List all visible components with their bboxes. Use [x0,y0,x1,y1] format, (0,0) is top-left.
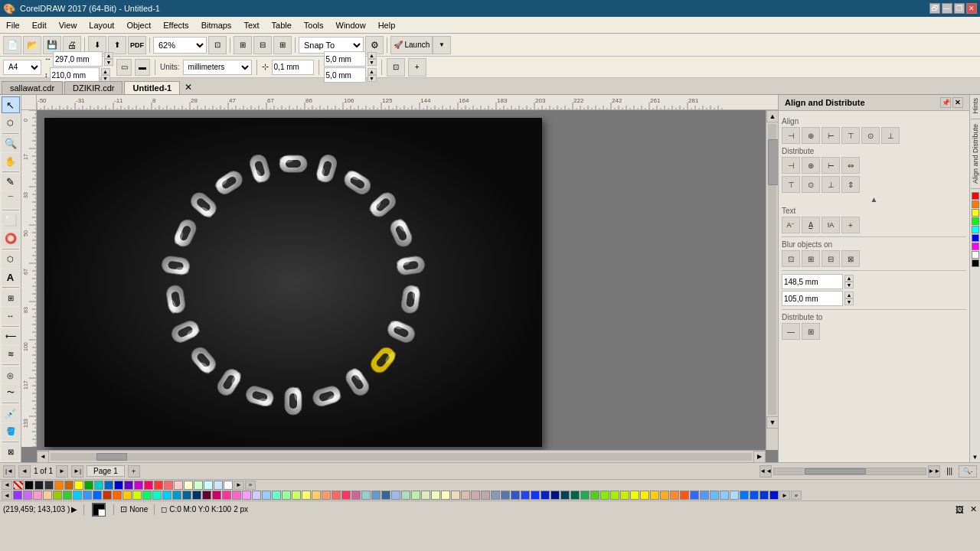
portrait-btn[interactable]: ▭ [116,59,132,76]
pos-x-up[interactable]: ▲ [844,275,854,282]
swatch-r2-29[interactable] [531,491,540,500]
connector-tool[interactable]: ⟵ [2,328,20,345]
swatch-royal[interactable] [93,491,102,500]
swatch-end-5[interactable] [730,491,739,500]
menu-table[interactable]: Table [266,19,298,31]
swatch-navy2[interactable] [192,491,201,500]
titlebar-controls[interactable]: 🗗 — ❐ ✕ [929,3,977,14]
freehand-tool[interactable]: ✎ [2,174,20,191]
dup-v-input[interactable] [324,67,366,83]
align-top-btn[interactable]: ⊤ [841,127,860,144]
swatch-darkred[interactable] [103,491,112,500]
swatch-lightyellow[interactable] [184,481,193,490]
titlebar-minimize-btn[interactable]: — [942,3,952,14]
menu-layout[interactable]: Layout [83,19,120,31]
dist-center-v-btn[interactable]: ⊙ [802,176,820,193]
swatch-r2-11[interactable] [351,491,361,500]
swatch-r2-18[interactable] [421,491,430,500]
pos-y-down[interactable]: ▼ [844,298,854,305]
swatch-lightcyan[interactable] [204,481,213,490]
swatch-r2-6[interactable] [302,491,311,500]
swatch-yellow1[interactable] [74,481,83,490]
scroll-left-btn[interactable]: ◄ [37,451,49,463]
dist-to-grid-btn[interactable]: ⊞ [802,323,820,340]
height-input[interactable] [50,67,100,83]
swatch-yellowgreen[interactable] [132,491,142,500]
color-cyan[interactable] [972,226,979,233]
distort-tool[interactable]: 〜 [2,384,20,401]
swatch-red1[interactable] [154,481,163,490]
swatch-r2-15[interactable] [391,491,400,500]
swatch-r2-25[interactable] [491,491,500,500]
swatch-end-7[interactable] [750,491,759,500]
scroll-track-h[interactable] [51,453,752,461]
swatch-r2-13[interactable] [371,491,381,500]
zoom-100-btn[interactable]: ⊡ [208,36,227,54]
no-fill-swatch[interactable] [13,481,24,490]
dimension-tool[interactable]: ↔ [2,307,20,324]
scroll-up-btn[interactable]: ▲ [766,110,778,122]
first-page-btn[interactable]: |◄ [3,465,15,478]
h-scroll-thumb[interactable] [805,468,866,474]
align-left-btn[interactable]: ⊣ [782,127,800,144]
swatch-lightpink2[interactable] [232,491,241,500]
swatch-bright-orange[interactable] [113,491,122,500]
titlebar-close-btn[interactable]: ✕ [966,3,977,14]
color-row2-more-btn[interactable]: » [791,491,802,500]
nudge-input[interactable] [272,60,314,75]
zoom-combo[interactable]: 62% 50% 75% 100% [153,37,207,54]
view-guides-btn[interactable]: ⊟ [253,36,272,54]
canvas-viewport[interactable] [37,110,766,450]
open-btn[interactable]: 📂 [23,36,41,54]
bezier-tool[interactable]: ⌒ [2,191,20,208]
scroll-far-right-btn[interactable]: ►► [928,465,940,478]
swatch-r2-43[interactable] [670,491,679,500]
swatch-lightgreen[interactable] [194,481,203,490]
swatch-end-6[interactable] [740,491,749,500]
zoom-out-status-btn[interactable]: 🔍- [959,465,977,478]
swatch-orange1[interactable] [54,481,64,490]
swatch-mint[interactable] [142,491,152,500]
blur-all-btn[interactable]: ⊠ [841,250,860,267]
color-magenta[interactable] [972,243,979,250]
swatch-paleviolet[interactable] [242,491,251,500]
swatch-r2-40[interactable] [640,491,649,500]
swatch-r2-16[interactable] [401,491,410,500]
swatch-brown1[interactable] [64,481,74,490]
color-strip-left-btn[interactable]: ◄ [2,481,12,490]
edit-guideline-btn[interactable]: ⊡ [387,58,405,77]
text-char-btn[interactable]: A⁻ [782,217,800,233]
contour-tool[interactable]: ◎ [2,367,20,383]
pan-tool[interactable]: ✋ [2,153,20,170]
swatch-r2-39[interactable] [630,491,639,500]
align-center-v-btn[interactable]: ⊙ [861,127,880,144]
expand-toggle[interactable]: ▲ [782,195,966,204]
scroll-track-v[interactable] [768,124,776,415]
color-orange[interactable] [972,201,979,208]
swatch-r2-31[interactable] [550,491,560,500]
text-word-btn[interactable]: A̲ [802,217,820,233]
swatch-r2-9[interactable] [332,491,341,500]
blur-spread-btn[interactable]: ⊟ [822,250,840,267]
canvas-area[interactable]: ▲ ▼ ◄ ▶ [21,95,778,462]
titlebar-maximize-btn[interactable]: ❐ [954,3,965,14]
swatch-r2-10[interactable] [341,491,351,500]
height-spinner[interactable]: ▲ ▼ [101,68,110,82]
swatch-r2-35[interactable] [590,491,599,500]
view-grid-btn[interactable]: ⊞ [234,36,252,54]
swatch-cerulean[interactable] [162,491,172,500]
ellipse-tool[interactable]: ⭕ [2,230,20,247]
color-white[interactable] [972,251,979,259]
dist-spacing-h-btn[interactable]: ⇔ [841,157,860,174]
swatch-end-2[interactable] [700,491,709,500]
swatch-r2-42[interactable] [660,491,669,500]
swatch-end-8[interactable] [760,491,769,500]
swatch-r2-14[interactable] [381,491,390,500]
swatch-lightred[interactable] [164,481,173,490]
smart-fill-tool[interactable]: ⊠ [2,444,20,461]
swatch-peach[interactable] [43,491,52,500]
swatch-r2-2[interactable] [262,491,271,500]
tab-untitled1[interactable]: Untitled-1 [124,81,180,94]
swatch-end-4[interactable] [720,491,729,500]
swatch-r2-27[interactable] [511,491,520,500]
